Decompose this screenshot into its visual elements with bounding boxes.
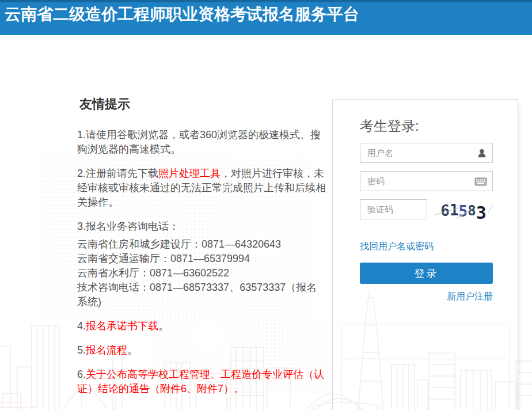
register-row: 新用户注册 [360,291,493,303]
login-heading: 考生登录: [360,117,518,135]
username-field [360,143,493,163]
tip-item-2: 2.注册前请先下载照片处理工具，对照片进行审核，未经审核或审核未通过的无法正常完… [77,166,326,210]
captcha-scratch-line [488,200,493,213]
captcha-input[interactable] [360,200,427,219]
tips-heading: 友情提示 [79,96,326,113]
photo-tool-link[interactable]: 照片处理工具 [158,168,221,179]
user-icon [477,148,487,158]
tip-item-5: 5.报名流程。 [77,343,326,358]
captcha-image[interactable]: 61583 [434,199,493,219]
tip-1-text: 1.请使用谷歌浏览器，或者360浏览器的极速模式、搜狗浏览器的高速模式。 [77,129,321,155]
tip-item-3-heading: 3.报名业务咨询电话： [77,219,326,234]
phone-line-water: 云南省水利厅：0871—63602522 [77,266,326,280]
commitment-download-link[interactable]: 报名承诺书下载 [86,320,158,332]
captcha-field [360,199,427,219]
tip-4-prefix: 4. [77,320,86,332]
phone-line-housing: 云南省住房和城乡建设厅：0871—64320643 [77,237,326,252]
site-title: 云南省二级造价工程师职业资格考试报名服务平台 [0,2,532,23]
tip-5-suffix: 。 [127,344,138,356]
header: 云南省二级造价工程师职业资格考试报名服务平台 [0,0,532,35]
keyboard-icon [474,176,487,186]
captcha-digits: 61583 [440,199,486,219]
phone-line-tech: 技术咨询电话：0871—68573337、63573337（报名系统) [77,280,326,309]
register-link[interactable]: 新用户注册 [447,291,493,301]
tip-item-4: 4.报名承诺书下载。 [77,319,326,333]
captcha-row: 61583 [360,199,493,219]
page: 云南省二级造价工程师职业资格考试报名服务平台 [0,0,532,410]
tip-5-prefix: 5. [77,344,86,356]
tip-item-1: 1.请使用谷歌浏览器，或者360浏览器的极速模式、搜狗浏览器的高速模式。 [77,128,326,157]
forgot-credentials-link[interactable]: 找回用户名或密码 [360,241,434,253]
tip-6-prefix: 6. [77,369,86,380]
process-link[interactable]: 报名流程 [86,344,127,356]
tip-item-3-phones: 云南省住房和城乡建设厅：0871—64320643 云南省交通运输厅：0871—… [77,237,326,309]
password-field [360,171,493,191]
tips-section: 友情提示 1.请使用谷歌浏览器，或者360浏览器的极速模式、搜狗浏览器的高速模式… [77,96,326,406]
phone-line-transport: 云南省交通运输厅：0871—65379994 [77,252,326,266]
tip-3-line-1: 3.报名业务咨询电话： [77,221,179,232]
login-panel: 考生登录: [332,99,518,410]
login-button[interactable]: 登录 [360,263,493,284]
username-input[interactable] [360,143,492,162]
evaluation-notice-link[interactable]: 关于公布高等学校工程管理、工程造价专业评估（认证）结论的通告（附件6、附件7）。 [77,369,324,394]
tip-item-6: 6.关于公布高等学校工程管理、工程造价专业评估（认证）结论的通告（附件6、附件7… [77,367,326,396]
tip-2-prefix: 2.注册前请先下载 [77,168,158,179]
password-input[interactable] [360,172,492,191]
tip-4-suffix: 。 [158,320,169,332]
